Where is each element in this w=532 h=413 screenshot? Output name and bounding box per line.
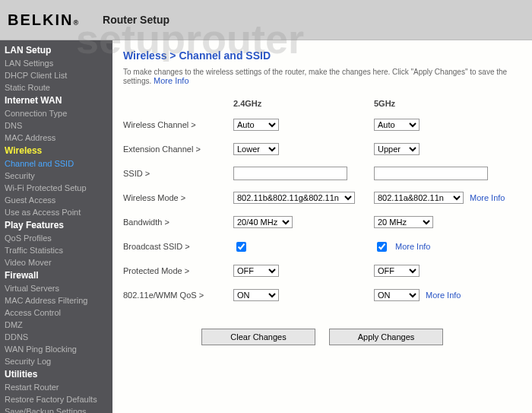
sidebar-item-qos-profiles[interactable]: QoS Profiles — [0, 232, 112, 244]
label-extension-channel: Extension Channel > — [123, 145, 233, 154]
sidebar-item-guest-access[interactable]: Guest Access — [0, 194, 112, 206]
extension-channel-24ghz-select[interactable]: Lower — [233, 143, 279, 155]
sidebar-section-utilities: Utilities — [0, 367, 112, 381]
label-ssid: SSID > — [123, 169, 233, 178]
extension-channel-5ghz-select[interactable]: Upper — [374, 143, 420, 155]
sidebar-item-connection-type[interactable]: Connection Type — [0, 107, 112, 119]
label-broadcast-ssid: Broadcast SSID > — [123, 242, 233, 251]
clear-changes-button[interactable]: Clear Changes — [201, 329, 315, 345]
bandwidth-24ghz-select[interactable]: 20/40 MHz — [233, 216, 293, 228]
wireless-mode-5ghz-select[interactable]: 802.11a&802.11n — [374, 192, 464, 204]
sidebar-item-access-control[interactable]: Access Control — [0, 307, 112, 319]
sidebar-section-firewall: Firewall — [0, 268, 112, 282]
sidebar: LAN SetupLAN SettingsDHCP Client ListSta… — [0, 40, 112, 413]
sidebar-section-internet-wan: Internet WAN — [0, 94, 112, 107]
top-bar: BELKIN® Router Setup — [0, 0, 532, 40]
ssid-5ghz-input[interactable] — [374, 167, 488, 180]
column-header-24ghz: 2.4GHz — [233, 99, 374, 108]
label-wmm-qos: 802.11e/WMM QoS > — [123, 291, 233, 300]
wmm-qos-24ghz-select[interactable]: ON — [233, 289, 279, 301]
label-wireless-mode: Wireless Mode > — [123, 193, 233, 202]
wireless-channel-24ghz-select[interactable]: Auto — [233, 119, 279, 131]
breadcrumb-section: Wireless — [123, 49, 166, 62]
sidebar-item-use-as-access-point[interactable]: Use as Access Point — [0, 206, 112, 218]
help-text: To make changes to the wireless settings… — [123, 68, 521, 85]
sidebar-item-dmz[interactable]: DMZ — [0, 319, 112, 331]
sidebar-item-security-log[interactable]: Security Log — [0, 355, 112, 367]
brand-logo: BELKIN® — [8, 11, 80, 29]
sidebar-section-play-features: Play Features — [0, 218, 112, 232]
more-info-link-mode[interactable]: More Info — [470, 193, 505, 202]
sidebar-item-wi-fi-protected-setup[interactable]: Wi-Fi Protected Setup — [0, 182, 112, 194]
sidebar-item-virtual-servers[interactable]: Virtual Servers — [0, 282, 112, 294]
brand-suffix: ® — [73, 19, 80, 27]
sidebar-item-video-mover[interactable]: Video Mover — [0, 256, 112, 268]
main-panel: Wireless > Channel and SSID To make chan… — [112, 40, 532, 413]
more-info-link-broadcast[interactable]: More Info — [395, 242, 430, 251]
sidebar-section-wireless: Wireless — [0, 144, 112, 157]
wireless-mode-24ghz-select[interactable]: 802.11b&802.11g&802.11n — [233, 192, 355, 204]
more-info-link-qos[interactable]: More Info — [426, 291, 461, 300]
breadcrumb-page: Channel and SSID — [179, 49, 271, 62]
protected-mode-24ghz-select[interactable]: OFF — [233, 265, 279, 277]
label-wireless-channel: Wireless Channel > — [123, 120, 233, 129]
apply-changes-button[interactable]: Apply Changes — [329, 329, 443, 345]
label-protected-mode: Protected Mode > — [123, 266, 233, 275]
sidebar-item-restart-router[interactable]: Restart Router — [0, 381, 112, 393]
sidebar-item-dhcp-client-list[interactable]: DHCP Client List — [0, 69, 112, 81]
sidebar-item-lan-settings[interactable]: LAN Settings — [0, 57, 112, 69]
sidebar-item-static-route[interactable]: Static Route — [0, 81, 112, 94]
sidebar-item-mac-address-filtering[interactable]: MAC Address Filtering — [0, 294, 112, 307]
page-title: Router Setup — [103, 14, 169, 26]
bandwidth-5ghz-select[interactable]: 20 MHz — [374, 216, 433, 228]
brand-text: BELKIN — [8, 11, 73, 28]
sidebar-item-dns[interactable]: DNS — [0, 119, 112, 132]
sidebar-item-traffic-statistics[interactable]: Traffic Statistics — [0, 244, 112, 256]
sidebar-item-channel-and-ssid[interactable]: Channel and SSID — [0, 157, 112, 170]
sidebar-section-lan-setup: LAN Setup — [0, 43, 112, 57]
wmm-qos-5ghz-select[interactable]: ON — [374, 289, 420, 301]
sidebar-item-save-backup-settings[interactable]: Save/Backup Settings — [0, 405, 112, 413]
more-info-link[interactable]: More Info — [154, 76, 188, 85]
protected-mode-5ghz-select[interactable]: OFF — [374, 265, 420, 277]
sidebar-item-restore-factory-defaults[interactable]: Restore Factory Defaults — [0, 393, 112, 405]
wireless-channel-5ghz-select[interactable]: Auto — [374, 119, 420, 131]
column-headers: 2.4GHz 5GHz — [123, 99, 521, 108]
sidebar-item-mac-address[interactable]: MAC Address — [0, 132, 112, 144]
label-bandwidth: Bandwidth > — [123, 218, 233, 227]
sidebar-item-wan-ping-blocking[interactable]: WAN Ping Blocking — [0, 343, 112, 355]
column-header-5ghz: 5GHz — [374, 99, 515, 108]
breadcrumb: Wireless > Channel and SSID — [123, 49, 521, 62]
sidebar-item-ddns[interactable]: DDNS — [0, 331, 112, 343]
sidebar-item-security[interactable]: Security — [0, 170, 112, 182]
broadcast-ssid-5ghz-checkbox[interactable] — [377, 242, 387, 252]
ssid-24ghz-input[interactable] — [233, 167, 347, 180]
breadcrumb-sep: > — [169, 49, 176, 62]
broadcast-ssid-24ghz-checkbox[interactable] — [236, 242, 246, 252]
